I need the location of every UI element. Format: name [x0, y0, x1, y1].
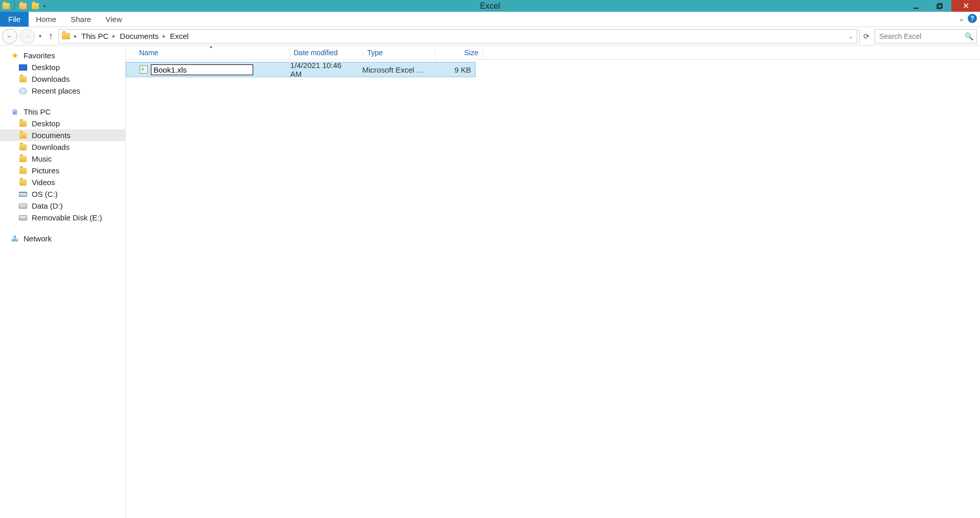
column-header-type[interactable]: Type [363, 46, 436, 59]
nav-head-this-pc[interactable]: 🖥 This PC [0, 106, 125, 118]
file-rename-input[interactable] [151, 64, 253, 75]
tab-home[interactable]: Home [29, 12, 63, 27]
ribbon-expand-icon[interactable]: ⌄ [959, 14, 965, 22]
breadcrumb-sep-icon[interactable]: ▸ [112, 33, 117, 39]
address-history-dropdown[interactable]: ⌄ [847, 33, 855, 39]
nav-item-label: Pictures [32, 166, 59, 175]
nav-head-favorites[interactable]: ★ Favorites [0, 50, 125, 61]
excel-file-icon [140, 65, 148, 74]
nav-item-label: Videos [32, 178, 55, 187]
nav-item-label: Desktop [32, 119, 60, 128]
column-label: Size [464, 49, 478, 57]
search-input[interactable] [879, 32, 972, 40]
file-row[interactable]: 1/4/2021 10:46 AM Microsoft Excel W... 9… [126, 62, 476, 77]
nav-item-label: Recent places [32, 86, 80, 95]
nav-item-label: Downloads [32, 75, 70, 83]
breadcrumb-sep-icon[interactable]: ▸ [73, 33, 78, 39]
nav-item-pc-documents[interactable]: Documents [0, 129, 125, 141]
breadcrumb-excel[interactable]: Excel [170, 32, 189, 40]
nav-item-label: Downloads [32, 143, 70, 151]
nav-label: Favorites [24, 51, 55, 60]
breadcrumb-sep-icon[interactable]: ▸ [162, 33, 167, 39]
address-folder-icon [62, 33, 70, 39]
nav-item-downloads[interactable]: Downloads [0, 73, 125, 85]
drive-icon [18, 190, 28, 198]
column-label: Name [139, 49, 158, 57]
nav-item-recent-places[interactable]: Recent places [0, 85, 125, 97]
restore-button[interactable] [928, 0, 951, 12]
nav-item-drive-c[interactable]: OS (C:) [0, 188, 125, 200]
column-label: Date modified [294, 49, 338, 57]
address-bar[interactable]: ▸ This PC ▸ Documents ▸ Excel ⌄ [58, 29, 857, 43]
nav-item-label: Documents [32, 131, 71, 140]
qat-customize-dropdown[interactable]: ▾ [43, 4, 46, 9]
folder-icon [18, 120, 28, 128]
qat-new-folder-icon[interactable] [19, 2, 27, 10]
folder-icon [18, 143, 28, 151]
minimize-button[interactable] [904, 0, 928, 12]
column-label: Type [367, 49, 383, 57]
window-controls: ✕ [904, 0, 980, 12]
drive-icon [18, 202, 28, 210]
column-header-date[interactable]: Date modified [289, 46, 363, 59]
nav-group-network: 🖧 Network [0, 233, 125, 244]
folder-icon [18, 178, 28, 187]
sort-indicator-icon: ▴ [210, 43, 212, 49]
search-icon[interactable]: 🔍 [965, 32, 973, 40]
folder-icon [18, 155, 28, 163]
pc-icon: 🖥 [10, 108, 19, 116]
tab-share[interactable]: Share [63, 12, 98, 27]
breadcrumb-this-pc[interactable]: This PC [81, 32, 108, 40]
star-icon: ★ [10, 52, 19, 60]
window-title: Excel [480, 2, 500, 11]
nav-item-pc-downloads[interactable]: Downloads [0, 141, 125, 153]
nav-label: Network [24, 234, 52, 243]
forward-button[interactable]: → [19, 29, 35, 44]
back-button[interactable]: ← [2, 29, 17, 44]
navigation-row: ← → ▾ ↑ ▸ This PC ▸ Documents ▸ Excel ⌄ … [0, 27, 980, 46]
recent-locations-dropdown[interactable]: ▾ [37, 33, 43, 39]
nav-group-favorites: ★ Favorites Desktop Downloads Recent pla… [0, 50, 125, 97]
ribbon-tabs: File Home Share View ⌄ ? [0, 12, 980, 27]
desktop-icon [18, 63, 28, 72]
qat-folder-icon[interactable] [2, 2, 10, 10]
qat-open-folder-icon[interactable] [31, 2, 39, 10]
help-button[interactable]: ? [968, 14, 977, 23]
svg-rect-2 [938, 4, 942, 8]
close-button[interactable]: ✕ [951, 0, 980, 12]
file-name-cell[interactable] [136, 64, 286, 75]
column-header-size[interactable]: Size [436, 46, 483, 59]
nav-item-label: Music [32, 154, 52, 163]
up-button[interactable]: ↑ [46, 31, 56, 41]
explorer-body: ★ Favorites Desktop Downloads Recent pla… [0, 46, 980, 518]
file-type-cell: Microsoft Excel W... [358, 65, 429, 74]
file-tab[interactable]: File [0, 12, 29, 27]
nav-item-pc-music[interactable]: Music [0, 153, 125, 165]
nav-item-pc-videos[interactable]: Videos [0, 176, 125, 188]
nav-item-pc-pictures[interactable]: Pictures [0, 165, 125, 176]
nav-item-label: Removable Disk (E:) [32, 213, 102, 222]
nav-label: This PC [24, 107, 51, 116]
file-size-cell: 9 KB [429, 65, 475, 74]
search-box[interactable]: 🔍 [875, 29, 977, 43]
qat-separator [14, 2, 15, 10]
nav-item-pc-desktop[interactable]: Desktop [0, 118, 125, 129]
nav-item-label: OS (C:) [32, 190, 58, 198]
nav-item-desktop[interactable]: Desktop [0, 61, 125, 73]
titlebar: ▾ Excel ✕ [0, 0, 980, 12]
breadcrumb-documents[interactable]: Documents [120, 32, 159, 40]
tab-view[interactable]: View [98, 12, 129, 27]
column-headers: Name ▴ Date modified Type Size [126, 46, 980, 60]
folder-icon [18, 75, 28, 83]
nav-item-label: Desktop [32, 63, 60, 72]
folder-icon [18, 131, 28, 140]
column-header-name[interactable]: Name ▴ [135, 46, 289, 59]
file-list-area[interactable]: Name ▴ Date modified Type Size 1/4/2021 … [126, 46, 980, 518]
nav-item-drive-d[interactable]: Data (D:) [0, 200, 125, 212]
svg-rect-1 [937, 5, 941, 9]
nav-item-drive-e[interactable]: Removable Disk (E:) [0, 212, 125, 223]
nav-head-network[interactable]: 🖧 Network [0, 233, 125, 244]
refresh-button[interactable]: ⟳ [859, 30, 873, 43]
navigation-pane[interactable]: ★ Favorites Desktop Downloads Recent pla… [0, 46, 126, 518]
quick-access-toolbar: ▾ [0, 2, 46, 10]
